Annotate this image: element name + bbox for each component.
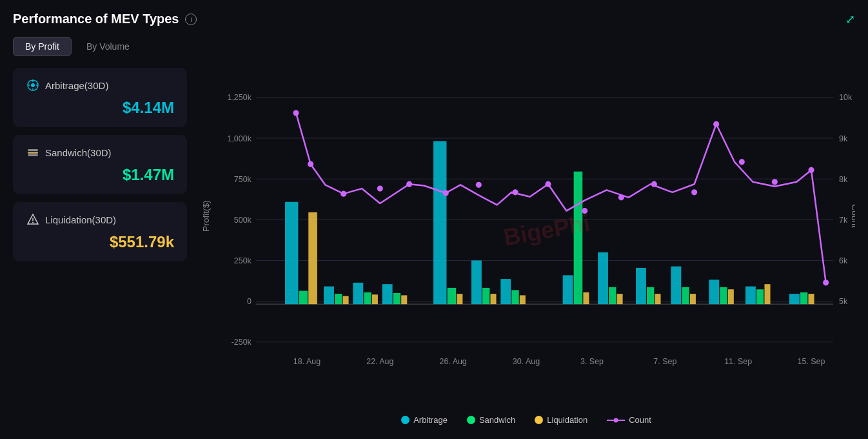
- sandwich-card: Sandwich(30D) $1.47M: [13, 135, 187, 194]
- legend-sandwich: Sandwich: [467, 415, 515, 425]
- legend-arbitrage-dot: [401, 416, 409, 424]
- svg-rect-52: [372, 294, 378, 304]
- svg-rect-84: [800, 292, 807, 304]
- legend-sandwich-label: Sandwich: [479, 415, 515, 425]
- svg-point-11: [32, 222, 34, 223]
- svg-text:5k: 5k: [839, 297, 848, 306]
- svg-text:0: 0: [247, 297, 252, 306]
- sandwich-icon: [26, 145, 40, 159]
- svg-rect-74: [671, 267, 681, 305]
- svg-text:10k: 10k: [839, 93, 853, 102]
- legend-count-label: Count: [629, 415, 651, 425]
- arbitrage-value: $4.14M: [26, 99, 174, 117]
- svg-point-90: [406, 181, 412, 187]
- legend-count-line-icon: [607, 416, 625, 425]
- legend-sandwich-dot: [467, 416, 475, 424]
- svg-rect-78: [720, 287, 727, 304]
- tab-bar: By Profit By Volume: [13, 37, 855, 56]
- svg-rect-48: [335, 294, 342, 304]
- svg-rect-8: [28, 154, 38, 156]
- svg-rect-80: [745, 287, 756, 305]
- legend-arbitrage-label: Arbitrage: [413, 415, 448, 425]
- chart-legend: Arbitrage Sandwich Liquidation Count: [197, 415, 855, 427]
- svg-rect-68: [598, 252, 608, 304]
- expand-icon[interactable]: ⤢: [845, 12, 855, 26]
- svg-rect-58: [457, 294, 462, 304]
- svg-point-103: [823, 280, 829, 285]
- svg-text:22. Aug: 22. Aug: [366, 357, 393, 366]
- chart-area: 1,250k 1,000k 750k 500k 250k 0 -250k 10k…: [197, 68, 855, 427]
- svg-rect-55: [401, 295, 407, 304]
- svg-text:750k: 750k: [234, 175, 252, 184]
- info-icon[interactable]: i: [185, 14, 197, 25]
- chart-wrap: 1,250k 1,000k 750k 500k 250k 0 -250k 10k…: [197, 68, 855, 409]
- svg-point-91: [443, 190, 449, 196]
- svg-text:7k: 7k: [839, 216, 848, 225]
- svg-text:6k: 6k: [839, 256, 848, 265]
- svg-text:1,000k: 1,000k: [227, 134, 252, 143]
- svg-text:Profit($): Profit($): [201, 200, 211, 232]
- svg-rect-83: [789, 294, 800, 304]
- svg-rect-44: [285, 202, 298, 304]
- legend-arbitrage: Arbitrage: [401, 415, 448, 425]
- svg-text:18. Aug: 18. Aug: [293, 357, 321, 366]
- svg-rect-73: [655, 294, 660, 304]
- svg-rect-65: [563, 275, 573, 304]
- legend-count: Count: [607, 415, 651, 425]
- svg-point-86: [293, 110, 299, 116]
- svg-point-93: [512, 189, 518, 195]
- svg-point-87: [308, 161, 313, 167]
- svg-point-1: [31, 83, 35, 87]
- arbitrage-card: Arbitrage(30D) $4.14M: [13, 68, 187, 127]
- svg-rect-79: [728, 289, 734, 304]
- svg-point-97: [651, 181, 657, 187]
- svg-rect-56: [433, 141, 446, 305]
- svg-rect-53: [382, 284, 393, 304]
- svg-point-88: [340, 191, 346, 197]
- liquidation-label-text: Liquidation(30D): [45, 214, 116, 225]
- arbitrage-label-text: Arbitrage(30D): [45, 80, 108, 91]
- sandwich-value: $1.47M: [26, 166, 174, 184]
- sandwich-label: Sandwich(30D): [26, 145, 174, 159]
- main-content: Arbitrage(30D) $4.14M Sandwich(30D): [13, 68, 855, 427]
- svg-rect-46: [308, 212, 317, 304]
- svg-rect-60: [482, 288, 489, 304]
- svg-text:26. Aug: 26. Aug: [440, 357, 467, 366]
- svg-rect-82: [764, 284, 770, 304]
- svg-rect-62: [500, 279, 511, 304]
- svg-point-100: [739, 159, 745, 165]
- svg-point-98: [691, 189, 697, 195]
- svg-rect-81: [756, 289, 764, 304]
- liquidation-label: Liquidation(30D): [26, 212, 174, 227]
- svg-rect-57: [448, 288, 457, 304]
- svg-rect-49: [343, 296, 349, 305]
- header-left: Performance of MEV Types i: [13, 12, 197, 26]
- svg-text:15. Sep: 15. Sep: [798, 357, 825, 366]
- svg-text:250k: 250k: [234, 256, 252, 265]
- svg-point-99: [713, 121, 719, 127]
- svg-text:11. Sep: 11. Sep: [724, 357, 752, 366]
- liquidation-card: Liquidation(30D) $551.79k: [13, 202, 187, 261]
- svg-point-96: [618, 194, 624, 200]
- svg-point-106: [614, 418, 618, 422]
- svg-rect-72: [647, 287, 654, 304]
- tab-by-profit[interactable]: By Profit: [13, 37, 72, 56]
- svg-rect-50: [353, 283, 363, 304]
- tab-by-volume[interactable]: By Volume: [74, 37, 142, 56]
- svg-rect-47: [324, 287, 334, 305]
- svg-text:Count: Count: [850, 204, 855, 228]
- svg-text:7. Sep: 7. Sep: [653, 357, 676, 366]
- arbitrage-icon: [26, 78, 40, 92]
- svg-text:500k: 500k: [234, 216, 252, 225]
- svg-rect-77: [709, 280, 719, 304]
- svg-rect-67: [583, 292, 589, 304]
- liquidation-icon: [26, 212, 40, 227]
- arbitrage-label: Arbitrage(30D): [26, 78, 174, 92]
- svg-point-92: [476, 182, 482, 188]
- svg-rect-69: [609, 287, 616, 304]
- svg-point-89: [377, 186, 383, 192]
- svg-point-102: [808, 167, 814, 173]
- svg-rect-71: [636, 268, 646, 304]
- svg-text:3. Sep: 3. Sep: [580, 357, 604, 366]
- svg-rect-6: [28, 149, 38, 151]
